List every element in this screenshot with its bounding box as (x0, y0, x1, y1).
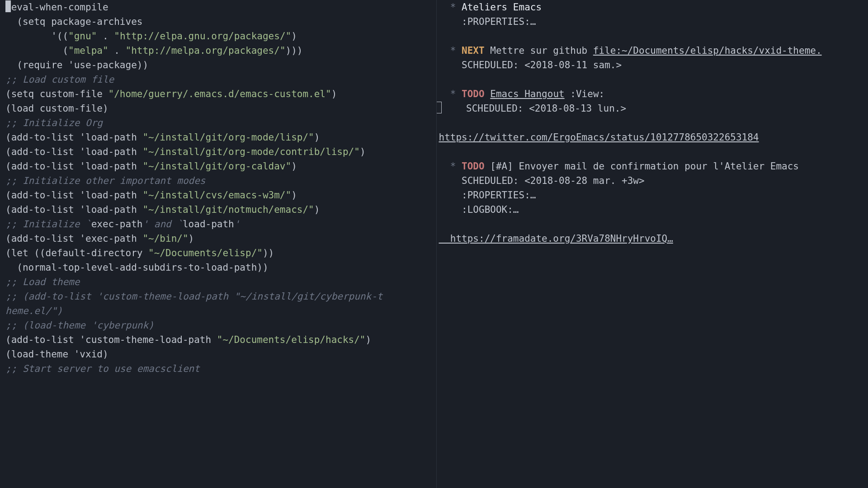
code-line: (require 'use-package)) (5, 58, 436, 72)
org-heading[interactable]: * TODO [#A] Envoyer mail de confirmation… (439, 159, 868, 174)
org-heading[interactable]: * NEXT Mettre sur github file:~/Document… (439, 43, 868, 58)
blank-line (439, 29, 868, 43)
org-priority: [#A] (485, 161, 519, 172)
org-heading[interactable]: * TODO Emacs Hangout :View: (439, 87, 868, 101)
code-line: (load-theme 'vxid) (5, 347, 436, 361)
code-line: (add-to-list 'exec-path "~/bin/") (5, 231, 436, 246)
org-link[interactable]: Emacs Hangout (490, 89, 564, 99)
emacs-frame: (eval-when-compile (setq package-archive… (0, 0, 868, 488)
org-drawer-logbook[interactable]: :LOGBOOK:… (439, 202, 868, 217)
right-buffer-org[interactable]: * Ateliers Emacs :PROPERTIES:… * NEXT Me… (437, 0, 868, 488)
code-comment: ;; Initialize Org (5, 116, 436, 130)
cursor-right (437, 102, 442, 113)
org-keyword-todo: TODO (462, 89, 485, 99)
code-line: ("melpa" . "http://melpa.org/packages/")… (5, 43, 436, 58)
blank-line (439, 72, 868, 87)
code-comment: ;; (load-theme 'cyberpunk) (5, 318, 436, 333)
code-line: (eval-when-compile (5, 0, 436, 14)
code-line: (add-to-list 'load-path "~/install/git/o… (5, 130, 436, 145)
code-line: (add-to-list 'load-path "~/install/git/n… (5, 202, 436, 217)
blank-line (439, 116, 868, 130)
code-comment: ;; (add-to-list 'custom-theme-load-path … (5, 289, 436, 304)
code-line: (add-to-list 'load-path "~/install/git/o… (5, 159, 436, 174)
org-tag: :View: (565, 89, 605, 99)
code-line: (load custom-file) (5, 101, 436, 116)
org-keyword-todo: TODO (462, 161, 485, 172)
code-line: (add-to-list 'custom-theme-load-path "~/… (5, 333, 436, 347)
org-drawer-properties[interactable]: :PROPERTIES:… (439, 14, 868, 29)
org-drawer-properties[interactable]: :PROPERTIES:… (439, 188, 868, 202)
org-url[interactable]: https://framadate.org/3RVa78NHryHrvoIQ… (439, 231, 868, 246)
code-line: (add-to-list 'load-path "~/install/cvs/e… (5, 188, 436, 202)
left-buffer-elisp[interactable]: (eval-when-compile (setq package-archive… (0, 0, 437, 488)
code-comment: ;; Load custom file (5, 72, 436, 87)
code-line: '(("gnu" . "http://elpa.gnu.org/packages… (5, 29, 436, 43)
org-keyword-next: NEXT (462, 45, 485, 56)
code-line: (add-to-list 'load-path "~/install/git/o… (5, 145, 436, 159)
org-url[interactable]: https://twitter.com/ErgoEmacs/status/101… (439, 130, 868, 145)
code-comment: ;; Start server to use emacsclient (5, 361, 436, 376)
org-link[interactable]: file:~/Documents/elisp/hacks/vxid-theme. (593, 45, 822, 56)
blank-line (439, 145, 868, 159)
code-comment: ;; Initialize other important modes (5, 174, 436, 188)
org-scheduled: SCHEDULED: <2018-08-13 lun.> (439, 101, 868, 116)
code-comment: ;; Initialize `exec-path' and `load-path… (5, 217, 436, 231)
code-line: (normal-top-level-add-subdirs-to-load-pa… (5, 260, 436, 275)
org-heading[interactable]: * Ateliers Emacs (439, 0, 868, 14)
org-scheduled: SCHEDULED: <2018-08-11 sam.> (439, 58, 868, 72)
code-line: (setq custom-file "/home/guerry/.emacs.d… (5, 87, 436, 101)
code-line: (setq package-archives (5, 14, 436, 29)
code-line: (let ((default-directory "~/Documents/el… (5, 246, 436, 260)
org-scheduled: SCHEDULED: <2018-08-28 mar. +3w> (439, 174, 868, 188)
code-comment: heme.el/") (5, 304, 436, 318)
code-comment: ;; Load theme (5, 275, 436, 289)
blank-line (439, 217, 868, 231)
